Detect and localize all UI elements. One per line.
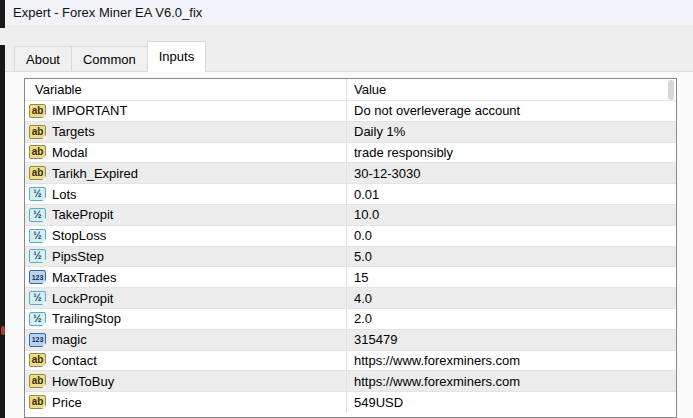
- variable-label: PipsStep: [52, 249, 104, 264]
- value-label: Do not overleverage account: [354, 103, 520, 118]
- value-cell[interactable]: 2.0: [346, 309, 676, 329]
- tab-about[interactable]: About: [14, 46, 72, 72]
- column-header-variable: Variable: [25, 79, 346, 100]
- table-row[interactable]: 123 MaxTrades 15: [25, 266, 676, 287]
- variable-cell[interactable]: ab Targets: [25, 122, 346, 142]
- value-cell[interactable]: trade responsibly: [346, 143, 676, 163]
- value-label: 10.0: [354, 207, 379, 222]
- variable-cell[interactable]: ab HowToBuy: [25, 371, 346, 391]
- parameter-type-icon: ab: [29, 166, 46, 180]
- variable-label: Lots: [52, 187, 77, 202]
- variable-label: Price: [52, 395, 82, 410]
- variable-cell[interactable]: ab IMPORTANT: [25, 101, 346, 121]
- variable-label: MaxTrades: [52, 270, 117, 285]
- value-cell[interactable]: 10.0: [346, 205, 676, 225]
- table-row[interactable]: ½ TrailingStop 2.0: [25, 308, 676, 329]
- table-row[interactable]: ab HowToBuy https://www.forexminers.com: [25, 370, 676, 391]
- value-cell[interactable]: 0.0: [346, 226, 676, 246]
- value-cell[interactable]: 15: [346, 267, 676, 287]
- variable-cell[interactable]: ab Modal: [25, 143, 346, 163]
- value-label: 315479: [354, 332, 397, 347]
- inputs-table: Variable Value ab IMPORTANT Do not overl…: [24, 78, 677, 418]
- table-row[interactable]: ab Price 549USD: [25, 391, 676, 412]
- table-row[interactable]: ½ PipsStep 5.0: [25, 246, 676, 267]
- variable-label: Modal: [52, 145, 87, 160]
- table-row[interactable]: ½ TakePropit 10.0: [25, 204, 676, 225]
- value-label: 549USD: [354, 395, 403, 410]
- variable-label: IMPORTANT: [52, 103, 127, 118]
- variable-cell[interactable]: ½ TrailingStop: [25, 309, 346, 329]
- parameter-type-icon: ab: [29, 104, 46, 118]
- variable-label: HowToBuy: [52, 374, 114, 389]
- parameter-type-icon: ab: [29, 353, 46, 367]
- variable-cell[interactable]: ab Tarikh_Expired: [25, 163, 346, 183]
- variable-label: Tarikh_Expired: [52, 166, 138, 181]
- parameter-type-icon: ½: [29, 249, 46, 263]
- variable-label: TrailingStop: [52, 311, 121, 326]
- parameter-type-icon: ab: [29, 125, 46, 139]
- variable-cell[interactable]: ½ Lots: [25, 184, 346, 204]
- table-row[interactable]: ½ Lots 0.01: [25, 183, 676, 204]
- column-header-value: Value: [346, 79, 676, 100]
- window-title: Expert - Forex Miner EA V6.0_fix: [13, 0, 202, 26]
- tab-common[interactable]: Common: [72, 46, 148, 72]
- variable-cell[interactable]: ½ TakePropit: [25, 205, 346, 225]
- value-label: 0.0: [354, 228, 372, 243]
- value-label: https://www.forexminers.com: [354, 353, 520, 368]
- value-label: Daily 1%: [354, 124, 405, 139]
- variable-cell[interactable]: ab Price: [25, 392, 346, 412]
- variable-cell[interactable]: 123 magic: [25, 330, 346, 350]
- value-label: trade responsibly: [354, 145, 453, 160]
- value-cell[interactable]: 5.0: [346, 247, 676, 267]
- table-row[interactable]: ab Targets Daily 1%: [25, 121, 676, 142]
- value-cell[interactable]: 549USD: [346, 392, 676, 412]
- variable-cell[interactable]: ½ PipsStep: [25, 247, 346, 267]
- parameter-type-icon: ab: [29, 374, 46, 388]
- parameter-type-icon: ab: [29, 145, 46, 159]
- variable-cell[interactable]: ab Contact: [25, 351, 346, 371]
- value-label: 5.0: [354, 249, 372, 264]
- variable-cell[interactable]: ½ StopLoss: [25, 226, 346, 246]
- value-cell[interactable]: 315479: [346, 330, 676, 350]
- value-cell[interactable]: 4.0: [346, 288, 676, 308]
- parameter-type-icon: ½: [29, 312, 46, 326]
- variable-label: LockPropit: [52, 291, 113, 306]
- table-row[interactable]: ab IMPORTANT Do not overleverage account: [25, 100, 676, 121]
- vertical-scrollbar-thumb[interactable]: [668, 80, 674, 100]
- value-cell[interactable]: 0.01: [346, 184, 676, 204]
- parameter-type-icon: ab: [29, 395, 46, 409]
- table-body: ab IMPORTANT Do not overleverage account…: [25, 100, 676, 412]
- value-cell[interactable]: https://www.forexminers.com: [346, 351, 676, 371]
- table-row[interactable]: ab Modal trade responsibly: [25, 142, 676, 163]
- value-label: https://www.forexminers.com: [354, 374, 520, 389]
- value-label: 4.0: [354, 291, 372, 306]
- window-titlebar[interactable]: Expert - Forex Miner EA V6.0_fix: [0, 0, 693, 25]
- table-row[interactable]: ½ LockPropit 4.0: [25, 287, 676, 308]
- table-header-row: Variable Value: [25, 79, 676, 100]
- variable-cell[interactable]: ½ LockPropit: [25, 288, 346, 308]
- table-row[interactable]: ab Tarikh_Expired 30-12-3030: [25, 162, 676, 183]
- table-row[interactable]: 123 magic 315479: [25, 329, 676, 350]
- variable-label: Contact: [52, 353, 97, 368]
- tab-inputs[interactable]: Inputs: [147, 41, 206, 72]
- variable-label: magic: [52, 332, 87, 347]
- value-cell[interactable]: https://www.forexminers.com: [346, 371, 676, 391]
- variable-label: Targets: [52, 124, 95, 139]
- value-cell[interactable]: Do not overleverage account: [346, 101, 676, 121]
- value-cell[interactable]: 30-12-3030: [346, 163, 676, 183]
- parameter-type-icon: 123: [29, 333, 46, 347]
- tab-bar: About Common Inputs: [14, 41, 206, 72]
- parameter-type-icon: ½: [29, 291, 46, 305]
- table-row[interactable]: ab Contact https://www.forexminers.com: [25, 350, 676, 371]
- parameter-type-icon: ½: [29, 229, 46, 243]
- value-label: 30-12-3030: [354, 166, 421, 181]
- variable-cell[interactable]: 123 MaxTrades: [25, 267, 346, 287]
- table-row[interactable]: ½ StopLoss 0.0: [25, 225, 676, 246]
- background-chart-red-mark: [1, 326, 5, 335]
- parameter-type-icon: ½: [29, 187, 46, 201]
- value-cell[interactable]: Daily 1%: [346, 122, 676, 142]
- variable-label: StopLoss: [52, 228, 106, 243]
- variable-label: TakePropit: [52, 207, 113, 222]
- background-window-edge-bottom: [0, 45, 5, 418]
- value-label: 15: [354, 270, 368, 285]
